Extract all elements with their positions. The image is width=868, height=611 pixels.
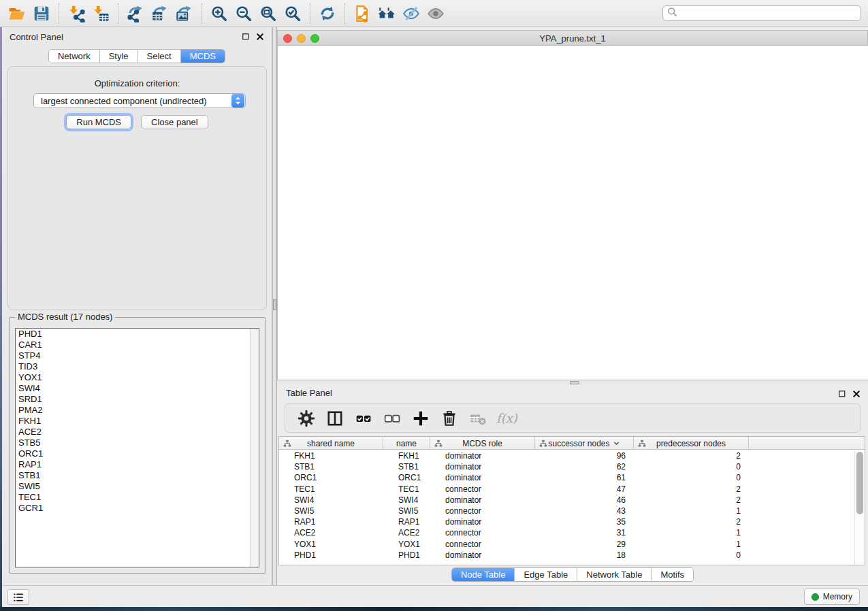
mcds-result-item[interactable]: TID3: [16, 361, 259, 372]
status-menu-button[interactable]: [7, 589, 29, 605]
show-all-networks-icon[interactable]: [374, 3, 399, 24]
memory-button[interactable]: Memory: [804, 589, 860, 605]
deselect-all-rows-icon[interactable]: [379, 408, 405, 429]
mcds-result-item[interactable]: PHD1: [16, 329, 259, 340]
import-table-from-file-icon[interactable]: [89, 3, 113, 24]
export-table-icon[interactable]: [148, 3, 172, 24]
table-row[interactable]: TEC1TEC1connector472: [279, 484, 865, 495]
cell-predecessor-nodes: 2: [634, 451, 749, 461]
mcds-list-scrollbar[interactable]: [250, 329, 259, 567]
table-toolbar: f(x): [285, 403, 861, 433]
mcds-result-item[interactable]: RAP1: [16, 459, 259, 470]
table-settings-icon[interactable]: [293, 408, 319, 429]
search-icon: [667, 7, 677, 20]
apply-preferred-layout-icon[interactable]: [315, 3, 340, 24]
column-header-name[interactable]: name: [383, 437, 430, 450]
column-header-MCDS-role[interactable]: MCDS role: [430, 437, 535, 450]
cell-name: STB1: [383, 462, 430, 472]
tab-select[interactable]: Select: [138, 50, 181, 63]
show-column-panel-icon[interactable]: [322, 408, 348, 429]
toolbar-group: [0, 3, 59, 24]
table-scrollbar[interactable]: [854, 450, 864, 565]
select-all-rows-icon[interactable]: [351, 408, 376, 429]
cell-MCDS-role: dominator: [430, 473, 535, 482]
vertical-splitter[interactable]: [272, 27, 277, 585]
delete-columns-icon[interactable]: [436, 408, 462, 429]
mcds-result-item[interactable]: GCR1: [16, 503, 259, 514]
horizontal-splitter[interactable]: [277, 380, 868, 384]
show-graphics-details-icon[interactable]: [423, 3, 448, 24]
zoom-out-icon[interactable]: [231, 3, 256, 24]
mcds-result-item[interactable]: TEC1: [16, 492, 259, 503]
cell-shared-name: ORC1: [279, 473, 383, 482]
network-canvas[interactable]: [277, 46, 868, 380]
run-mcds-button[interactable]: Run MCDS: [66, 115, 131, 129]
cell-predecessor-nodes: 1: [634, 528, 749, 538]
zoom-selected-icon[interactable]: [280, 3, 305, 24]
close-panel-button[interactable]: Close panel: [141, 115, 208, 129]
mcds-result-item[interactable]: CAR1: [16, 340, 259, 350]
attribute-type-icon: [434, 440, 443, 450]
tab-motifs[interactable]: Motifs: [652, 568, 693, 581]
optimization-criterion-select[interactable]: largest connected component (undirected): [33, 93, 246, 108]
open-session-icon[interactable]: [5, 3, 29, 24]
column-label: MCDS role: [462, 439, 502, 448]
mcds-result-item[interactable]: SWI5: [16, 481, 259, 492]
attribute-type-icon: [539, 440, 547, 450]
zoom-fit-content-icon[interactable]: [256, 3, 280, 24]
cell-MCDS-role: connector: [430, 484, 535, 494]
tab-style[interactable]: Style: [100, 50, 138, 63]
mcds-tab-content: Optimization criterion: largest connecte…: [7, 66, 267, 310]
export-image-icon[interactable]: [172, 3, 197, 24]
zoom-in-icon[interactable]: [207, 3, 231, 24]
search-input[interactable]: [681, 7, 856, 20]
column-label: shared name: [307, 439, 355, 448]
mcds-result-item[interactable]: SWI4: [16, 383, 259, 394]
tab-network[interactable]: Network: [49, 50, 100, 63]
column-header-predecessor-nodes[interactable]: predecessor nodes: [634, 437, 749, 450]
table-row[interactable]: YOX1YOX1connector291: [279, 539, 865, 550]
table-row[interactable]: STB1STB1dominator620: [279, 461, 865, 472]
mcds-result-item[interactable]: STB5: [16, 437, 259, 448]
column-label: successor nodes: [548, 439, 609, 448]
mcds-result-item[interactable]: ACE2: [16, 427, 259, 437]
table-row[interactable]: PHD1PHD1dominator180: [279, 550, 865, 561]
table-row[interactable]: FKH1FKH1dominator962: [279, 450, 865, 461]
status-bar: Memory: [2, 585, 868, 607]
mcds-result-item[interactable]: STP4: [16, 350, 259, 361]
mcds-result-item[interactable]: YOX1: [16, 372, 259, 383]
splitter-grip[interactable]: [273, 299, 276, 310]
mcds-result-item[interactable]: ORC1: [16, 448, 259, 459]
cell-shared-name: TEC1: [279, 484, 383, 494]
mcds-result-item[interactable]: PMA2: [16, 405, 259, 416]
scrollbar-thumb[interactable]: [856, 452, 863, 514]
table-row[interactable]: SWI4SWI4dominator462: [279, 495, 865, 506]
table-row[interactable]: ACE2ACE2connector311: [279, 527, 865, 538]
float-window-icon[interactable]: [240, 31, 251, 42]
tab-mcds[interactable]: MCDS: [181, 50, 225, 63]
share-network-document-icon[interactable]: [350, 3, 374, 24]
table-row[interactable]: ORC1ORC1dominator610: [279, 472, 865, 483]
mcds-result-item[interactable]: FKH1: [16, 416, 259, 427]
save-session-icon[interactable]: [29, 3, 54, 24]
svg-text:f(x): f(x): [496, 411, 518, 425]
export-network-icon[interactable]: [123, 3, 148, 24]
create-new-column-icon[interactable]: [408, 408, 434, 429]
column-header-successor-nodes[interactable]: successor nodes: [535, 437, 634, 450]
tab-edge-table[interactable]: Edge Table: [515, 568, 577, 581]
hide-graphics-details-icon[interactable]: [399, 3, 423, 24]
column-header-shared-name[interactable]: shared name: [279, 437, 383, 450]
cell-MCDS-role: connector: [430, 540, 535, 549]
import-network-from-file-icon[interactable]: [64, 3, 89, 24]
tab-node-table[interactable]: Node Table: [452, 568, 515, 581]
mcds-result-item[interactable]: SRD1: [16, 394, 259, 405]
sort-indicator-icon: [613, 440, 620, 449]
close-icon[interactable]: [851, 389, 861, 399]
close-icon[interactable]: [255, 31, 265, 42]
float-window-icon[interactable]: [837, 389, 847, 399]
cell-predecessor-nodes: 2: [634, 517, 749, 527]
mcds-result-item[interactable]: STB1: [16, 470, 259, 481]
table-row[interactable]: RAP1RAP1dominator352: [279, 516, 865, 527]
table-row[interactable]: SWI5SWI5connector431: [279, 506, 865, 516]
tab-network-table[interactable]: Network Table: [577, 568, 652, 581]
